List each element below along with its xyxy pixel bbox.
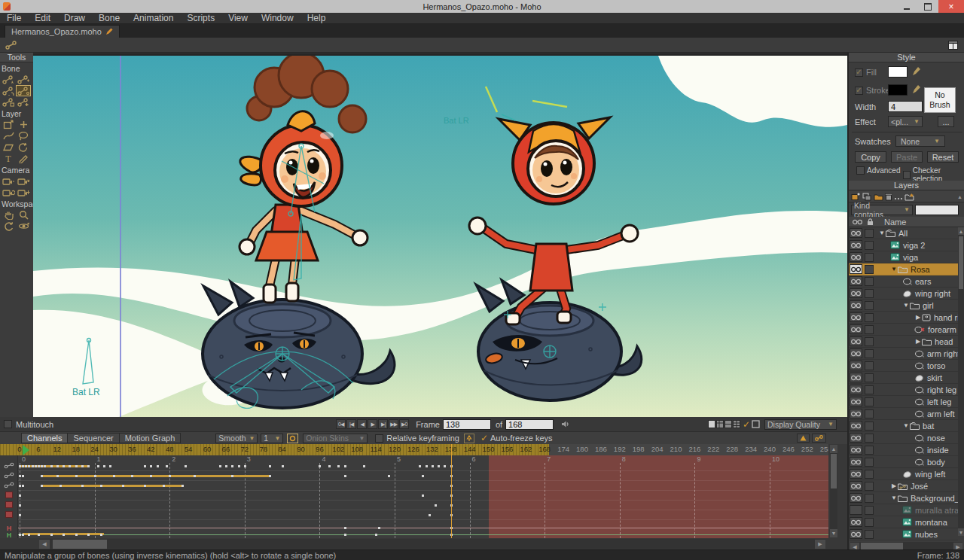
document-tab[interactable]: Hermanos_Opazo.moho — [5, 25, 120, 38]
more-options-icon[interactable] — [894, 193, 903, 201]
keyframe[interactable] — [419, 465, 421, 467]
bone-tool-strip-icon[interactable] — [5, 41, 17, 50]
keyframe[interactable] — [38, 465, 40, 467]
keyframe[interactable] — [56, 475, 59, 477]
layer-visibility-toggle[interactable] — [850, 433, 862, 443]
timeline-channels-area[interactable]: HH 012345678910 — [0, 455, 828, 538]
layer-visibility-toggle[interactable] — [850, 264, 862, 274]
layer-checkbox[interactable] — [865, 506, 874, 515]
maximize-button[interactable] — [917, 0, 938, 13]
next-keyframe-button[interactable]: ▶▶ — [389, 419, 398, 429]
keyframe[interactable] — [113, 475, 115, 477]
menu-animation[interactable]: Animation — [127, 13, 180, 23]
lasso-tool[interactable] — [16, 130, 31, 142]
go-to-start-button[interactable]: 0◀ — [336, 419, 346, 429]
layer-row-inside[interactable]: inside — [849, 444, 958, 456]
layer-visibility-toggle[interactable] — [850, 324, 862, 334]
layer-row-nose[interactable]: nose — [849, 432, 958, 444]
keyframe[interactable] — [81, 485, 84, 487]
effect-more-button[interactable]: ... — [938, 116, 954, 127]
menu-file[interactable]: File — [0, 13, 28, 23]
layer-expand-down-icon[interactable]: ▼ — [890, 495, 898, 501]
layer-row-all[interactable]: ▼All — [849, 227, 958, 239]
menu-draw[interactable]: Draw — [57, 13, 92, 23]
layer-visibility-toggle[interactable] — [850, 288, 862, 298]
keyframe[interactable] — [75, 475, 78, 477]
keyframe-warning-icon[interactable] — [797, 434, 810, 443]
layer-checkbox[interactable] — [865, 446, 874, 455]
keyframe[interactable] — [150, 465, 152, 467]
layer-expand-down-icon[interactable]: ▼ — [902, 302, 910, 309]
layer-visibility-toggle[interactable] — [850, 373, 862, 382]
keyframe[interactable] — [225, 465, 227, 467]
layer-visibility-toggle[interactable] — [850, 505, 862, 515]
no-brush-button[interactable]: No Brush — [924, 87, 956, 113]
layer-row-wing-left[interactable]: wing left — [849, 468, 958, 480]
layer-checkbox[interactable] — [865, 325, 874, 334]
layer-checkbox[interactable] — [865, 470, 874, 479]
zoom-camera-tool[interactable] — [16, 175, 31, 187]
add-curve-tool[interactable] — [1, 130, 16, 142]
keyframe[interactable] — [41, 485, 43, 487]
layer-filter-input[interactable] — [915, 205, 959, 215]
keyframe[interactable] — [75, 534, 78, 536]
layer-visibility-toggle[interactable] — [850, 240, 862, 250]
layer-checkbox[interactable] — [865, 397, 874, 406]
keyframe[interactable] — [169, 475, 171, 477]
keyframe[interactable] — [244, 465, 246, 467]
prev-frame-button[interactable]: ◀ — [357, 419, 367, 429]
minimize-button[interactable] — [896, 0, 917, 13]
menu-help[interactable]: Help — [300, 13, 333, 23]
play-button[interactable]: ▶ — [368, 419, 377, 429]
layer-visibility-toggle[interactable] — [850, 481, 862, 491]
keyframe[interactable] — [238, 465, 240, 467]
keyframe[interactable] — [344, 475, 346, 477]
stroke-color-swatch[interactable] — [888, 84, 908, 96]
layer-checkbox[interactable] — [865, 301, 874, 310]
keyframe-selection-span[interactable] — [41, 485, 182, 487]
layer-visibility-toggle[interactable] — [850, 421, 862, 431]
keyframe[interactable] — [328, 465, 331, 467]
new-layer-icon[interactable] — [851, 193, 861, 201]
keyframe[interactable] — [163, 485, 165, 487]
keyframe[interactable] — [282, 465, 284, 467]
keyframe-interp-icon[interactable] — [287, 434, 298, 443]
layer-visibility-toggle[interactable] — [850, 348, 862, 358]
keyframe[interactable] — [63, 534, 65, 536]
keyframe[interactable] — [438, 465, 440, 467]
prev-keyframe-button[interactable]: |◀ — [346, 419, 356, 429]
layers-vertical-scrollbar[interactable]: ▲ ▼ — [958, 227, 964, 536]
layer-row-wing-right[interactable]: wing right — [849, 288, 958, 300]
keyframe[interactable] — [38, 534, 40, 536]
add-bone-tool[interactable] — [16, 96, 31, 108]
keyframe[interactable] — [444, 465, 446, 467]
layer-row-skirt[interactable]: skirt — [849, 372, 958, 384]
reference-layer-icon[interactable] — [905, 193, 914, 201]
autofreeze-check-icon[interactable]: ✓ — [480, 433, 488, 443]
layer-checkbox[interactable] — [865, 518, 874, 527]
keyframe[interactable] — [422, 475, 424, 477]
keyframe[interactable] — [344, 465, 346, 467]
timeline-ruler[interactable]: 0612182430364248546066727884909610210811… — [0, 444, 828, 455]
keyframe[interactable] — [144, 485, 146, 487]
keyframe[interactable] — [19, 514, 21, 516]
keyframe[interactable] — [144, 465, 146, 467]
fill-eyedropper-icon[interactable] — [912, 66, 921, 76]
current-frame-input[interactable] — [443, 419, 491, 430]
layer-row-viga[interactable]: viga — [849, 251, 958, 263]
play-marker[interactable] — [23, 445, 29, 455]
keyframe[interactable] — [122, 485, 124, 487]
bone-channel-icon[interactable] — [2, 481, 16, 489]
pan-tilt-camera-tool[interactable] — [16, 187, 31, 198]
layer-row-viga-2[interactable]: viga 2 — [849, 239, 958, 251]
keyframe[interactable] — [44, 465, 46, 467]
consolidate-channels-check-icon[interactable]: ✓ — [743, 419, 750, 430]
layers-toolbar-scroll-up[interactable]: ▲ — [957, 194, 962, 199]
keyframe[interactable] — [87, 465, 90, 467]
bone-channel-icon[interactable] — [2, 471, 16, 479]
duplicate-layer-icon[interactable] — [862, 193, 872, 201]
fill-color-swatch[interactable] — [888, 66, 908, 78]
step-dropdown[interactable]: 1▼ — [261, 434, 283, 443]
workspace-canvas[interactable]: Bat LR Bat LR — [33, 54, 847, 417]
keyframe[interactable] — [50, 465, 53, 467]
